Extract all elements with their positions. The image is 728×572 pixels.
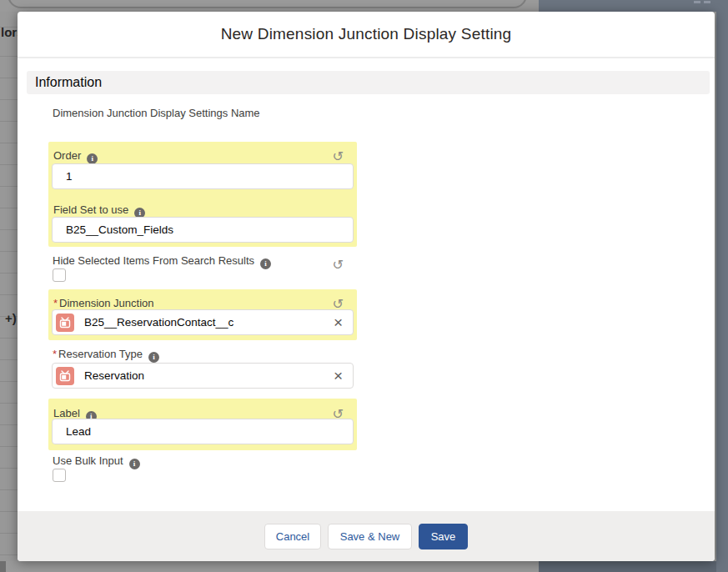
reservation-type-value: Reservation xyxy=(84,369,334,382)
field-label-hide-selected: Hide Selected Items From Search Results xyxy=(53,254,254,267)
modal-footer: Cancel Save & New Save xyxy=(18,511,715,561)
information-section-header[interactable]: Information xyxy=(27,71,710,94)
custom-object-tv-icon xyxy=(56,367,74,385)
hide-selected-checkbox[interactable] xyxy=(53,268,66,282)
field-label-dimension-junction: Dimension Junction xyxy=(59,297,153,309)
field-label-order: Order xyxy=(53,149,81,162)
field-label-field-set: Field Set to use xyxy=(53,203,128,216)
dimension-junction-label-row: *Dimension Junction ↺ xyxy=(53,295,350,310)
background-panel-bottom xyxy=(539,561,716,572)
background-text-fragment: lors xyxy=(1,25,18,39)
background-bottom-band xyxy=(0,561,539,572)
reservation-type-label-row: *Reservation Typei xyxy=(53,348,159,363)
background-panel-right-rail xyxy=(716,0,728,572)
save-button[interactable]: Save xyxy=(419,524,468,549)
order-label-row: Orderi ↺ xyxy=(53,148,350,164)
info-icon[interactable]: i xyxy=(148,352,159,363)
info-icon[interactable]: i xyxy=(129,459,140,469)
background-searchbox-outline xyxy=(8,0,527,8)
field-set-input[interactable] xyxy=(52,217,354,243)
reservation-type-lookup-pill[interactable]: Reservation × xyxy=(52,363,354,389)
cancel-button[interactable]: Cancel xyxy=(264,524,321,549)
field-set-label-row: Field Set to usei ↺ xyxy=(53,202,350,218)
background-bottom-corner xyxy=(0,561,6,572)
save-and-new-button[interactable]: Save & New xyxy=(328,524,412,549)
clear-selection-icon[interactable]: × xyxy=(334,314,343,330)
background-top-band xyxy=(0,0,539,12)
background-text-fragment: +) xyxy=(5,311,17,325)
information-section-title: Information xyxy=(27,75,102,90)
required-marker: * xyxy=(53,297,58,309)
background-left-strip: lors +) xyxy=(0,12,18,561)
order-input[interactable] xyxy=(52,163,354,189)
clear-selection-icon[interactable]: × xyxy=(334,368,343,384)
dimension-junction-value: B25__ReservationContact__c xyxy=(84,316,334,329)
dimension-junction-lookup-pill[interactable]: B25__ReservationContact__c × xyxy=(52,309,354,335)
field-label-name: Dimension Junction Display Settings Name xyxy=(53,107,260,119)
label-input[interactable] xyxy=(52,419,354,444)
custom-object-tv-icon xyxy=(56,314,74,332)
highlight-block-dimension-junction: *Dimension Junction ↺ B25__ReservationCo… xyxy=(48,289,357,340)
field-label-use-bulk-input: Use Bulk Input xyxy=(53,454,123,467)
required-marker: * xyxy=(53,348,57,360)
info-icon[interactable]: i xyxy=(87,153,98,164)
new-dimension-junction-display-setting-modal: New Dimension Junction Display Setting I… xyxy=(18,12,715,561)
modal-title: New Dimension Junction Display Setting xyxy=(221,25,512,43)
window-control-icon xyxy=(694,1,700,3)
use-bulk-input-checkbox[interactable] xyxy=(53,469,66,482)
highlight-block-label: Labeli ↺ xyxy=(48,399,357,450)
undo-icon[interactable]: ↺ xyxy=(333,150,344,163)
window-control-icon xyxy=(704,1,710,3)
highlight-block-order-fieldset: Orderi ↺ Field Set to usei ↺ xyxy=(48,142,357,247)
modal-header: New Dimension Junction Display Setting xyxy=(18,12,715,58)
undo-icon[interactable]: ↺ xyxy=(333,258,344,272)
field-label-reservation-type: Reservation Type xyxy=(58,348,143,360)
hide-selected-label-row: Hide Selected Items From Search Resultsi xyxy=(53,254,271,269)
info-icon[interactable]: i xyxy=(260,258,271,269)
use-bulk-input-label-row: Use Bulk Inputi xyxy=(53,454,140,469)
field-label-label: Label xyxy=(53,407,80,419)
